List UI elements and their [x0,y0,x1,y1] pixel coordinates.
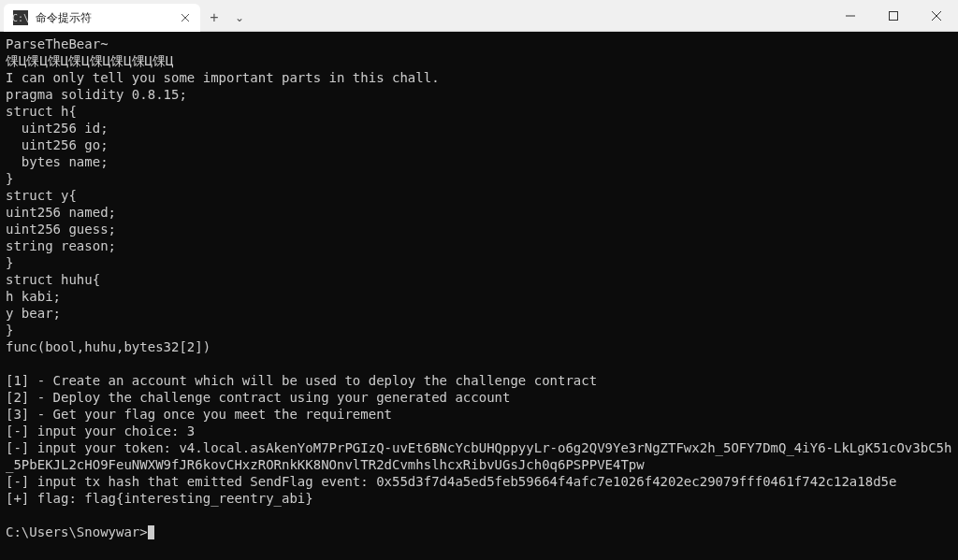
close-tab-button[interactable] [178,10,193,25]
terminal-line: } [6,254,952,271]
terminal-line: 馃Ц馃Ц馃Ц馃Ц馃Ц馃Ц馃Ц馃Ц [6,52,952,69]
terminal-line: h kabi; [6,288,952,305]
tab-active[interactable]: C:\ 命令提示符 [4,4,200,32]
terminal-line: uint256 go; [6,136,952,153]
terminal-line: bytes name; [6,153,952,170]
add-tab-button[interactable]: + [200,4,228,31]
terminal-line: [3] - Get your flag once you meet the re… [6,406,952,423]
minimize-button[interactable] [829,0,872,31]
tab-dropdown-button[interactable]: ⌄ [228,4,251,31]
terminal-prompt[interactable]: C:\Users\Snowywar> [6,524,952,540]
maximize-button[interactable] [872,0,915,31]
title-bar: C:\ 命令提示符 + ⌄ [0,0,958,32]
tab-title: 命令提示符 [36,10,170,26]
title-bar-drag-area[interactable] [251,0,829,31]
terminal-line: } [6,170,952,187]
cursor [148,525,154,539]
close-window-button[interactable] [915,0,958,31]
terminal-line [6,507,952,524]
terminal-line: uint256 named; [6,204,952,221]
window-controls [829,0,958,31]
terminal-line: I can only tell you some important parts… [6,69,952,86]
terminal-line: [+] flag: flag{interesting_reentry_abi} [6,490,952,507]
terminal-line: struct y{ [6,187,952,204]
terminal-line: [1] - Create an account which will be us… [6,372,952,389]
terminal-line: struct h{ [6,103,952,120]
svg-rect-3 [890,11,898,20]
terminal-line: [2] - Deploy the challenge contract usin… [6,389,952,406]
terminal-line: [-] input your choice: 3 [6,423,952,439]
terminal-line [6,355,952,372]
terminal-line: uint256 guess; [6,221,952,237]
terminal-output[interactable]: ParseTheBear~馃Ц馃Ц馃Ц馃Ц馃Ц馃Ц馃Ц馃ЦI can only … [0,32,958,560]
terminal-line: [-] input your token: v4.local.asAkenYoM… [6,439,952,473]
terminal-line: uint256 id; [6,120,952,136]
terminal-line: func(bool,huhu,bytes32[2]) [6,338,952,355]
prompt-text: C:\Users\Snowywar> [6,524,148,540]
terminal-line: pragma solidity 0.8.15; [6,86,952,103]
terminal-line: } [6,322,952,338]
terminal-line: [-] input tx hash that emitted SendFlag … [6,473,952,490]
terminal-line: y bear; [6,305,952,322]
terminal-line: ParseTheBear~ [6,36,952,52]
terminal-line: string reason; [6,237,952,254]
terminal-line: struct huhu{ [6,271,952,288]
terminal-icon: C:\ [13,10,28,25]
